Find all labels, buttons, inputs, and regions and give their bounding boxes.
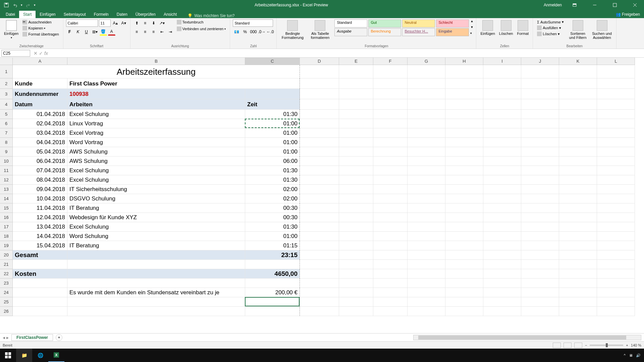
cell[interactable]: [339, 166, 373, 175]
cell[interactable]: [597, 203, 635, 213]
tab-daten[interactable]: Daten: [113, 11, 131, 18]
cell[interactable]: [67, 250, 245, 260]
fill-color-icon[interactable]: 🪣: [100, 28, 107, 36]
cell[interactable]: 200,00 €: [245, 288, 300, 297]
cell[interactable]: [13, 307, 67, 316]
cell[interactable]: 02.04.2018: [13, 119, 67, 128]
cell[interactable]: [597, 99, 635, 110]
cell[interactable]: [597, 65, 635, 78]
cell[interactable]: [373, 279, 408, 288]
cell[interactable]: [483, 288, 521, 297]
align-center-icon[interactable]: ≡: [142, 28, 149, 36]
row-header-2[interactable]: 2: [0, 78, 13, 89]
cell[interactable]: [408, 128, 445, 138]
cell[interactable]: [408, 279, 445, 288]
cell[interactable]: [13, 288, 67, 297]
cell[interactable]: [521, 222, 559, 232]
indent-dec-icon[interactable]: ⇤: [158, 28, 166, 36]
cell[interactable]: [300, 78, 339, 89]
cell[interactable]: 01:00: [245, 232, 300, 241]
cell[interactable]: [597, 222, 635, 232]
cell[interactable]: [408, 65, 445, 78]
cell[interactable]: 05.04.2018: [13, 147, 67, 157]
delete-cells-button[interactable]: Löschen: [498, 19, 515, 36]
cell[interactable]: Excel Vortrag: [67, 128, 245, 138]
dec-decimal-icon[interactable]: ←.0: [266, 28, 274, 36]
style-standard[interactable]: Standard: [334, 19, 367, 27]
view-page-layout-icon[interactable]: [564, 343, 572, 348]
font-name-combo[interactable]: [66, 19, 98, 27]
cell[interactable]: [339, 203, 373, 213]
cell[interactable]: [597, 288, 635, 297]
tray-up-icon[interactable]: ^: [624, 353, 626, 357]
cell[interactable]: [559, 89, 597, 99]
cell[interactable]: AWS Schulung: [67, 147, 245, 157]
font-color-icon[interactable]: A: [108, 28, 115, 36]
cell[interactable]: [373, 213, 408, 222]
cell[interactable]: [559, 222, 597, 232]
cell[interactable]: [483, 128, 521, 138]
row-header-6[interactable]: 6: [0, 119, 13, 128]
cell[interactable]: [445, 232, 483, 241]
cell[interactable]: [300, 288, 339, 297]
redo-icon[interactable]: [25, 2, 31, 8]
cell[interactable]: Arbeitszeiterfassung: [13, 65, 300, 78]
clear-button[interactable]: Löschen ▾: [536, 31, 565, 37]
orientation-icon[interactable]: ↗▾: [158, 19, 166, 27]
number-format-combo[interactable]: [233, 19, 273, 27]
cell[interactable]: 01:00: [245, 147, 300, 157]
cell[interactable]: [445, 78, 483, 89]
cell[interactable]: [67, 307, 245, 316]
cell[interactable]: [559, 269, 597, 279]
cell[interactable]: DSGVO Schulung: [67, 194, 245, 203]
tab-datei[interactable]: Datei: [2, 11, 19, 18]
cell[interactable]: [597, 138, 635, 147]
style-eingabe[interactable]: Eingabe: [436, 28, 469, 36]
cell[interactable]: [521, 147, 559, 157]
cell[interactable]: [483, 222, 521, 232]
signin-link[interactable]: Anmelden: [544, 3, 562, 7]
cell[interactable]: [300, 203, 339, 213]
cell[interactable]: 10.04.2018: [13, 194, 67, 203]
find-select-button[interactable]: Suchen und Auswählen: [591, 19, 613, 40]
cell[interactable]: [408, 269, 445, 279]
style-more-icon[interactable]: ▾: [470, 32, 473, 35]
cell[interactable]: IT Sicherheitsschulung: [67, 185, 245, 194]
cell[interactable]: 01:30: [245, 166, 300, 175]
cell[interactable]: AWS Schulung: [67, 157, 245, 166]
zoom-thumb[interactable]: [606, 343, 608, 347]
cancel-formula-icon[interactable]: ✕: [34, 51, 38, 56]
cell[interactable]: [339, 288, 373, 297]
cell[interactable]: [445, 110, 483, 119]
cell[interactable]: IT Beratung: [67, 241, 245, 250]
cell[interactable]: [559, 65, 597, 78]
cell[interactable]: [483, 65, 521, 78]
cell[interactable]: Excel Schulung: [67, 110, 245, 119]
row-header-17[interactable]: 17: [0, 222, 13, 232]
cell[interactable]: 00:30: [245, 203, 300, 213]
cell[interactable]: [521, 99, 559, 110]
cell[interactable]: [445, 99, 483, 110]
row-header-20[interactable]: 20: [0, 250, 13, 260]
cell[interactable]: [300, 65, 339, 78]
cell[interactable]: [521, 279, 559, 288]
minimize-icon[interactable]: [587, 0, 602, 10]
cell[interactable]: [483, 157, 521, 166]
cell[interactable]: [339, 99, 373, 110]
style-berechnung[interactable]: Berechnung: [368, 28, 401, 36]
cell[interactable]: [445, 288, 483, 297]
cell[interactable]: [408, 203, 445, 213]
cell[interactable]: 23:15: [245, 250, 300, 260]
underline-icon[interactable]: U: [83, 28, 90, 36]
cell[interactable]: Zeit: [245, 99, 300, 110]
cell[interactable]: [597, 110, 635, 119]
cell[interactable]: [521, 250, 559, 260]
save-icon[interactable]: [3, 2, 9, 8]
cell[interactable]: [483, 99, 521, 110]
cell[interactable]: [483, 297, 521, 307]
cell[interactable]: [559, 110, 597, 119]
col-header-J[interactable]: J: [521, 58, 559, 65]
cell[interactable]: [408, 194, 445, 203]
cell[interactable]: [373, 307, 408, 316]
cell[interactable]: [559, 138, 597, 147]
